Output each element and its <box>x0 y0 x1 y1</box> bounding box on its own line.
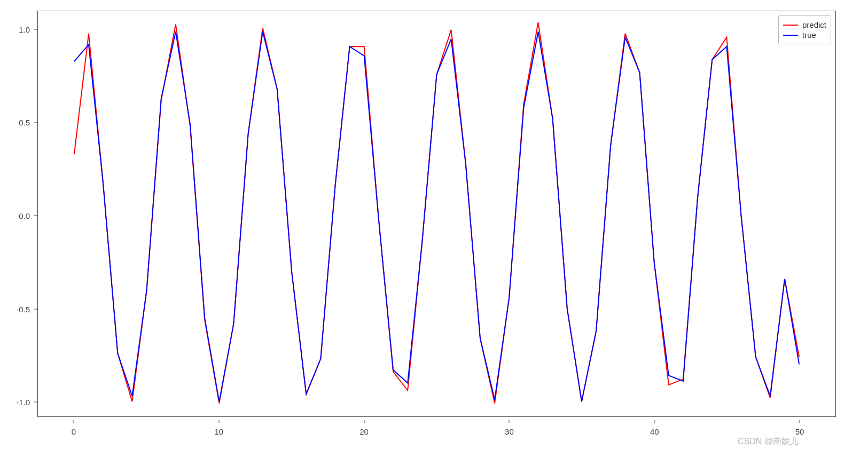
legend-swatch-predict <box>783 25 798 26</box>
y-tick-label: 0.0 <box>19 211 30 220</box>
x-tick-mark <box>654 420 655 423</box>
x-tick-mark <box>509 420 510 423</box>
x-tick-label: 10 <box>214 427 223 436</box>
line-plot-svg <box>38 11 835 416</box>
y-tick-mark <box>34 402 37 403</box>
x-tick-label: 0 <box>72 427 76 436</box>
plot-area: predict true <box>37 11 836 417</box>
y-tick-label: -1.0 <box>16 398 30 407</box>
legend-label-true: true <box>802 30 816 40</box>
watermark-text: CSDN @南妮儿 <box>738 436 799 447</box>
y-tick-mark <box>34 29 37 29</box>
x-tick-label: 40 <box>650 427 659 436</box>
y-axis-ticks: -1.0-0.50.00.51.0 <box>0 11 33 417</box>
y-tick-mark <box>34 122 37 123</box>
legend: predict true <box>778 15 831 44</box>
y-tick-label: 0.5 <box>19 118 30 127</box>
y-tick-mark <box>34 309 37 309</box>
legend-swatch-true <box>783 35 798 36</box>
x-tick-label: 20 <box>359 427 369 436</box>
x-tick-label: 50 <box>795 427 804 436</box>
y-tick-label: -0.5 <box>16 304 30 313</box>
y-tick-mark <box>34 215 37 216</box>
legend-item-true: true <box>783 30 826 40</box>
legend-label-predict: predict <box>802 20 826 29</box>
legend-item-predict: predict <box>783 20 826 29</box>
x-tick-mark <box>800 420 800 423</box>
x-tick-mark <box>73 420 74 423</box>
series-line-true <box>74 31 799 401</box>
chart-container: predict true -1.0-0.50.00.51.0 010203040… <box>0 0 868 449</box>
x-tick-mark <box>218 420 219 423</box>
x-axis-ticks: 01020304050 <box>37 420 836 449</box>
y-tick-label: 1.0 <box>19 25 30 34</box>
x-tick-label: 30 <box>505 427 514 436</box>
x-tick-mark <box>364 420 364 423</box>
